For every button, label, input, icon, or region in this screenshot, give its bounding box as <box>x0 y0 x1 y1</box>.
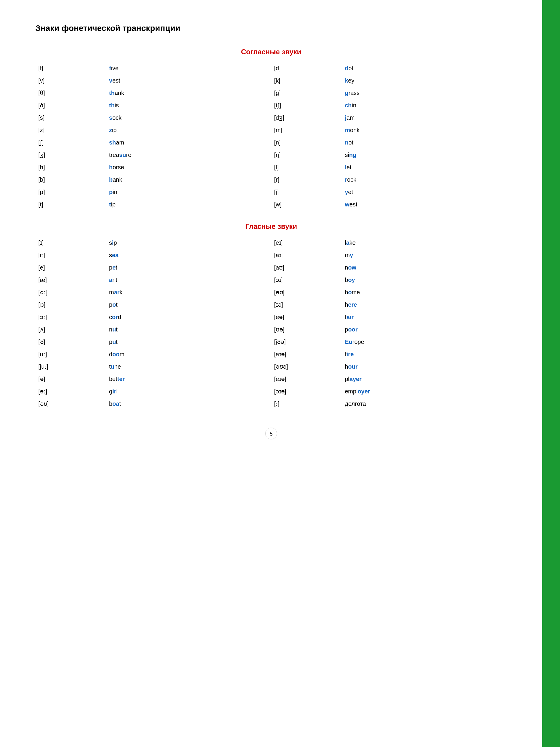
phonetic-symbol: [jʊə] <box>271 336 342 348</box>
phonetic-symbol: [ð] <box>35 99 106 111</box>
vowels-table: [ɪ]sip[eɪ]lake[iː]sea[aɪ]my[e]pet[aʊ]now… <box>35 236 507 410</box>
phonetic-word: tip <box>106 198 271 211</box>
table-row: [p]pin[j]yet <box>35 186 507 198</box>
phonetic-word: nut <box>106 323 271 336</box>
phonetic-word: boy <box>342 274 507 286</box>
phonetic-word: my <box>342 249 507 261</box>
table-row: [ɔː]cord[eə]fair <box>35 311 507 323</box>
phonetic-word: put <box>106 336 271 348</box>
phonetic-symbol: [əʊ] <box>35 397 106 410</box>
phonetic-word: west <box>342 198 507 211</box>
phonetic-word: key <box>342 74 507 87</box>
phonetic-symbol: [juː] <box>35 360 106 373</box>
phonetic-symbol: [p] <box>35 186 106 198</box>
table-row: [f]five[d]dot <box>35 62 507 74</box>
phonetic-symbol: [æ] <box>35 274 106 286</box>
table-row: [iː]sea[aɪ]my <box>35 249 507 261</box>
table-row: [h]horse[l]let <box>35 161 507 173</box>
phonetic-word: sea <box>106 249 271 261</box>
table-row: [v]vest[k]key <box>35 74 507 87</box>
phonetic-symbol: [ʊə] <box>271 323 342 336</box>
table-row: [ʃ]sham[n]not <box>35 136 507 149</box>
phonetic-symbol: [w] <box>271 198 342 211</box>
phonetic-symbol: [ː] <box>271 397 342 410</box>
phonetic-word: pet <box>106 261 271 274</box>
phonetic-word: horse <box>106 161 271 173</box>
phonetic-symbol: [j] <box>271 186 342 198</box>
phonetic-symbol: [ɔɪə] <box>271 385 342 397</box>
phonetic-symbol: [aɪ] <box>271 249 342 261</box>
phonetic-word: lake <box>342 236 507 249</box>
phonetic-symbol: [d] <box>271 62 342 74</box>
phonetic-symbol: [θ] <box>35 87 106 99</box>
phonetic-word: chin <box>342 99 507 111</box>
phonetic-symbol: [ɔː] <box>35 311 106 323</box>
phonetic-word: cord <box>106 311 271 323</box>
phonetic-word: let <box>342 161 507 173</box>
phonetic-symbol: [ɪ] <box>35 236 106 249</box>
phonetic-symbol: [f] <box>35 62 106 74</box>
phonetic-word: thank <box>106 87 271 99</box>
phonetic-symbol: [n] <box>271 136 342 149</box>
table-row: [ʌ]nut[ʊə]poor <box>35 323 507 336</box>
phonetic-word: monk <box>342 124 507 136</box>
phonetic-symbol: [aʊ] <box>271 261 342 274</box>
table-row: [s]sock[dʒ]jam <box>35 111 507 124</box>
phonetic-symbol: [eɪə] <box>271 373 342 385</box>
table-row: [əʊ]boat[ː]долгота <box>35 397 507 410</box>
phonetic-word: grass <box>342 87 507 99</box>
phonetic-symbol: [e] <box>35 261 106 274</box>
phonetic-word: rock <box>342 173 507 186</box>
phonetic-symbol: [eɪ] <box>271 236 342 249</box>
phonetic-word: долгота <box>342 397 507 410</box>
phonetic-word: home <box>342 286 507 299</box>
phonetic-symbol: [t] <box>35 198 106 211</box>
table-row: [ʒ]treasure[ŋ]sing <box>35 149 507 161</box>
phonetic-symbol: [ɔɪ] <box>271 274 342 286</box>
phonetic-symbol: [uː] <box>35 348 106 360</box>
phonetic-word: hour <box>342 360 507 373</box>
phonetic-word: employer <box>342 385 507 397</box>
table-row: [ʊ]put[jʊə]Europe <box>35 336 507 348</box>
phonetic-symbol: [aɪə] <box>271 348 342 360</box>
table-row: [z]zip[m]monk <box>35 124 507 136</box>
phonetic-word: better <box>106 373 271 385</box>
phonetic-word: sip <box>106 236 271 249</box>
phonetic-symbol: [b] <box>35 173 106 186</box>
page-number: 5 <box>265 428 277 439</box>
phonetic-word: pot <box>106 299 271 311</box>
table-row: [b]bank[r]rock <box>35 173 507 186</box>
phonetic-symbol: [ʃ] <box>35 136 106 149</box>
phonetic-word: now <box>342 261 507 274</box>
phonetic-symbol: [iː] <box>35 249 106 261</box>
phonetic-symbol: [ə] <box>35 373 106 385</box>
phonetic-symbol: [dʒ] <box>271 111 342 124</box>
phonetic-symbol: [ʌ] <box>35 323 106 336</box>
phonetic-symbol: [v] <box>35 74 106 87</box>
table-row: [uː]doom[aɪə]fire <box>35 348 507 360</box>
table-row: [ɒ]pot[ɪə]here <box>35 299 507 311</box>
phonetic-word: sing <box>342 149 507 161</box>
phonetic-symbol: [ɒ] <box>35 299 106 311</box>
phonetic-word: player <box>342 373 507 385</box>
phonetic-symbol: [ŋ] <box>271 149 342 161</box>
table-row: [ɑː]mark[əʊ]home <box>35 286 507 299</box>
phonetic-symbol: [eə] <box>271 311 342 323</box>
phonetic-word: fair <box>342 311 507 323</box>
phonetic-word: vest <box>106 74 271 87</box>
page-title: Знаки фонетической транскрипции <box>35 24 507 33</box>
phonetic-word: ant <box>106 274 271 286</box>
phonetic-symbol: [g] <box>271 87 342 99</box>
phonetic-word: fire <box>342 348 507 360</box>
phonetic-symbol: [h] <box>35 161 106 173</box>
phonetic-word: yet <box>342 186 507 198</box>
phonetic-word: pin <box>106 186 271 198</box>
phonetic-symbol: [l] <box>271 161 342 173</box>
phonetic-word: zip <box>106 124 271 136</box>
table-row: [t]tip[w]west <box>35 198 507 211</box>
phonetic-symbol: [ɪə] <box>271 299 342 311</box>
phonetic-word: tune <box>106 360 271 373</box>
consonants-table: [f]five[d]dot[v]vest[k]key[θ]thank[g]gra… <box>35 62 507 211</box>
phonetic-word: sock <box>106 111 271 124</box>
phonetic-word: this <box>106 99 271 111</box>
